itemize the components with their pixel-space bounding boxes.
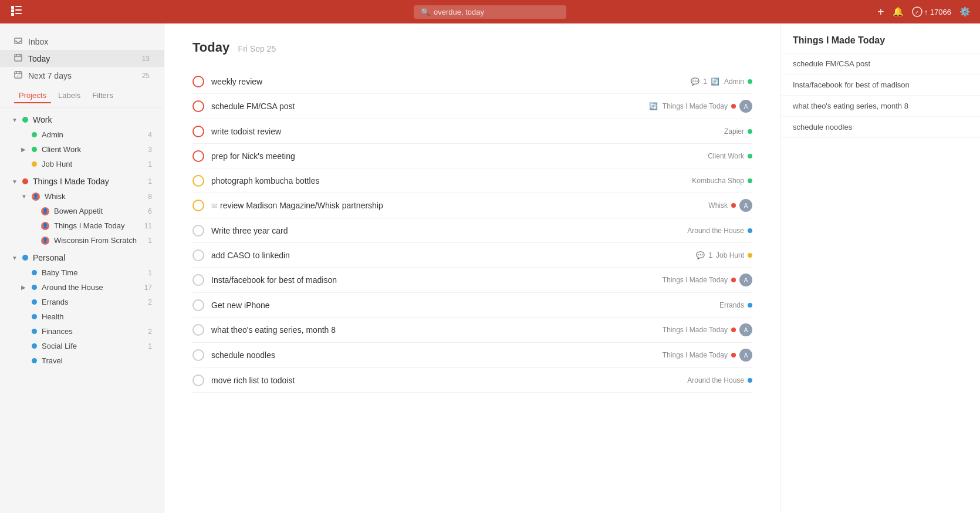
- task-text[interactable]: write todoist review: [211, 127, 724, 136]
- task-text[interactable]: weekly review: [211, 77, 691, 86]
- task-checkbox[interactable]: [192, 76, 204, 87]
- task-project-name[interactable]: Things I Made Today: [663, 102, 728, 110]
- task-text[interactable]: review Madison Magazine/Whisk partnershi…: [220, 201, 708, 210]
- task-project-name[interactable]: Job Hunt: [716, 251, 744, 259]
- notifications-icon[interactable]: 🔔: [893, 6, 904, 17]
- project-header-thingsmadetoday[interactable]: ▼ Things I Made Today 1: [0, 174, 164, 189]
- clientwork-count: 3: [148, 146, 152, 154]
- ath-count: 17: [144, 284, 152, 292]
- task-item: schedule FM/CSA post🔄Things I Made Today…: [192, 94, 752, 119]
- sidebar-item-today[interactable]: Today 13: [0, 50, 164, 67]
- task-text[interactable]: move rich list to todoist: [211, 376, 687, 385]
- sidebar-item-travel[interactable]: Travel: [9, 353, 164, 368]
- sidebar-item-inbox[interactable]: Inbox: [0, 33, 164, 50]
- task-checkbox[interactable]: [192, 249, 204, 261]
- project-work: ▼ Work Admin 4 ▶ Client Work 3: [0, 112, 164, 171]
- task-checkbox[interactable]: [192, 100, 204, 112]
- task-text[interactable]: Get new iPhone: [211, 301, 719, 310]
- project-header-personal[interactable]: ▼ Personal: [0, 250, 164, 265]
- task-project-name[interactable]: Admin: [724, 77, 744, 86]
- task-text[interactable]: Insta/facebook for best of madison: [211, 275, 663, 285]
- task-status-dot: [748, 228, 752, 233]
- task-project-name[interactable]: Client Work: [708, 152, 744, 160]
- page-title: Today: [192, 40, 229, 55]
- karma-score: ✓ ↑ 17066: [912, 6, 951, 17]
- settings-icon[interactable]: ⚙️: [959, 6, 971, 17]
- svg-rect-5: [15, 13, 22, 14]
- task-text[interactable]: what theo's eating series, month 8: [211, 325, 663, 335]
- sidebar-item-next7days[interactable]: +7 Next 7 days 25: [0, 67, 164, 84]
- tab-filters[interactable]: Filters: [87, 90, 117, 103]
- task-checkbox[interactable]: [192, 126, 204, 137]
- tab-labels[interactable]: Labels: [53, 90, 85, 103]
- task-text[interactable]: add CASO to linkedin: [211, 251, 696, 260]
- task-project-name[interactable]: Around the House: [687, 227, 744, 235]
- add-button[interactable]: +: [877, 5, 884, 19]
- task-checkbox[interactable]: [192, 150, 204, 162]
- task-checkbox[interactable]: [192, 374, 204, 386]
- email-icon: ✉: [211, 201, 218, 210]
- task-project-name[interactable]: Things I Made Today: [663, 351, 728, 359]
- right-panel-task-item[interactable]: what theo's eating series, month 8: [781, 96, 980, 117]
- task-checkbox[interactable]: [192, 200, 204, 211]
- task-text[interactable]: schedule FM/CSA post: [211, 102, 649, 111]
- sidebar-item-health[interactable]: Health: [9, 309, 164, 324]
- task-checkbox[interactable]: [192, 225, 204, 237]
- task-item: ✉review Madison Magazine/Whisk partnersh…: [192, 193, 752, 218]
- task-text[interactable]: photograph kombucha bottles: [211, 176, 692, 185]
- task-status-dot: [748, 378, 752, 383]
- sidebar-item-finances[interactable]: Finances 2: [9, 324, 164, 339]
- sidebar-item-admin[interactable]: Admin 4: [9, 127, 164, 142]
- sidebar-item-bowenappetit[interactable]: 👤 Bowen Appetit 6: [19, 204, 164, 218]
- project-header-work[interactable]: ▼ Work: [0, 112, 164, 127]
- next7days-badge: 25: [142, 72, 150, 80]
- task-project-name[interactable]: Things I Made Today: [663, 276, 728, 284]
- sidebar-item-errands[interactable]: Errands 2: [9, 295, 164, 309]
- task-project-name[interactable]: Kombucha Shop: [692, 177, 744, 185]
- task-project-name[interactable]: Whisk: [708, 201, 728, 210]
- task-meta: WhiskA: [708, 199, 752, 212]
- task-checkbox[interactable]: [192, 299, 204, 311]
- task-meta: Kombucha Shop: [692, 177, 752, 185]
- tab-projects[interactable]: Projects: [14, 90, 51, 103]
- task-avatar: A: [739, 349, 752, 362]
- repeat-icon: 🔄: [711, 77, 719, 86]
- search-bar[interactable]: 🔍 overdue, today: [414, 5, 566, 19]
- task-project-name[interactable]: Things I Made Today: [663, 326, 728, 334]
- svg-text:+7: +7: [16, 74, 20, 77]
- task-checkbox[interactable]: [192, 324, 204, 336]
- jobhunt-dot: [32, 161, 37, 167]
- sidebar-item-wfs[interactable]: 👤 Wisconsin From Scratch 1: [19, 233, 164, 248]
- sidebar-item-clientwork[interactable]: ▶ Client Work 3: [9, 142, 164, 157]
- right-panel-task-item[interactable]: Insta/facebook for best of madison: [781, 75, 980, 96]
- sidebar-item-thingsmadetoday2[interactable]: 👤 Things I Made Today 11: [19, 218, 164, 233]
- bowen-count: 6: [148, 207, 152, 215]
- right-panel-task-item[interactable]: schedule noodles: [781, 117, 980, 138]
- task-text[interactable]: Write three year card: [211, 226, 687, 235]
- task-checkbox[interactable]: [192, 274, 204, 286]
- task-list: weekly review💬1🔄Adminschedule FM/CSA pos…: [192, 69, 752, 393]
- sociallife-name: Social Life: [42, 342, 148, 350]
- sidebar-item-whisk[interactable]: ▼ 👤 Whisk 8: [9, 189, 164, 204]
- task-meta: 💬1🔄Admin: [691, 77, 752, 86]
- sidebar-item-jobhunt[interactable]: Job Hunt 1: [9, 157, 164, 171]
- task-project-name[interactable]: Zapier: [724, 127, 744, 136]
- today-label: Today: [28, 54, 50, 63]
- sidebar-item-babytime[interactable]: Baby Time 1: [9, 265, 164, 280]
- app-logo[interactable]: [9, 4, 23, 21]
- wfs-person-icon: 👤: [41, 237, 49, 245]
- task-project-name[interactable]: Errands: [719, 301, 744, 309]
- task-checkbox[interactable]: [192, 175, 204, 187]
- right-panel-task-item[interactable]: schedule FM/CSA post: [781, 53, 980, 75]
- task-text[interactable]: schedule noodles: [211, 350, 663, 360]
- task-checkbox[interactable]: [192, 349, 204, 361]
- sidebar-item-sociallife[interactable]: Social Life 1: [9, 339, 164, 353]
- finances-count: 2: [148, 328, 152, 336]
- task-project-name[interactable]: Around the House: [687, 376, 744, 384]
- health-name: Health: [42, 312, 152, 321]
- task-text[interactable]: prep for Nick's meeting: [211, 151, 708, 161]
- sidebar-item-aroundthehouse[interactable]: ▶ Around the House 17: [9, 280, 164, 295]
- task-status-dot: [748, 129, 752, 134]
- project-thingsmadetoday: ▼ Things I Made Today 1 ▼ 👤 Whisk 8 👤 Bo…: [0, 174, 164, 248]
- comment-count: 1: [708, 251, 712, 259]
